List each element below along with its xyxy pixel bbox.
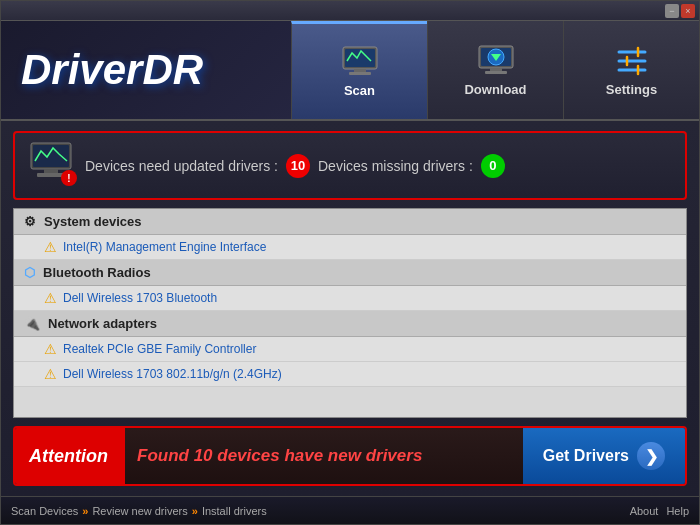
breadcrumb-scan[interactable]: Scan Devices (11, 505, 78, 517)
svg-rect-18 (44, 169, 58, 173)
breadcrumb-install[interactable]: Install drivers (202, 505, 267, 517)
get-drivers-label: Get Drivers (543, 447, 629, 465)
device-label: Realtek PCIe GBE Family Controller (63, 342, 256, 356)
category-system-label: System devices (44, 214, 142, 229)
category-system: ⚙ System devices (14, 209, 686, 235)
svg-rect-2 (354, 69, 366, 72)
footer: Scan Devices » Review new drivers » Inst… (1, 496, 699, 524)
list-item[interactable]: ⚠ Dell Wireless 1703 Bluetooth (14, 286, 686, 311)
device-list-container: ⚙ System devices ⚠ Intel(R) Management E… (13, 208, 687, 418)
attention-message-text: Found 10 devices have new drivers (137, 446, 422, 466)
device-label: Intel(R) Management Engine Interface (63, 240, 266, 254)
list-item[interactable]: ⚠ Intel(R) Management Engine Interface (14, 235, 686, 260)
get-drivers-button[interactable]: Get Drivers ❯ (523, 428, 685, 484)
category-bluetooth: ⬡ Bluetooth Radios (14, 260, 686, 286)
attention-label: Attention (15, 428, 125, 484)
list-item[interactable]: ⚠ Realtek PCIe GBE Family Controller (14, 337, 686, 362)
tab-download[interactable]: Download (427, 21, 563, 119)
logo-part2: DR (142, 46, 203, 93)
footer-help-link[interactable]: Help (666, 505, 689, 517)
need-update-label: Devices need updated drivers : (85, 158, 278, 174)
titlebar: − × (1, 1, 699, 21)
nav-tabs: Scan Download (291, 21, 699, 119)
warning-icon: ⚠ (44, 341, 57, 357)
missing-label: Devices missing drivers : (318, 158, 473, 174)
footer-right: About Help (630, 505, 689, 517)
category-network-label: Network adapters (48, 316, 157, 331)
header: DriverDR Scan (1, 21, 699, 121)
breadcrumb-sep1: » (82, 505, 88, 517)
attention-message: Found 10 devices have new drivers (125, 428, 523, 484)
device-list[interactable]: ⚙ System devices ⚠ Intel(R) Management E… (14, 209, 686, 417)
status-icon-area: ! (27, 141, 75, 190)
svg-rect-3 (349, 72, 371, 75)
device-label: Dell Wireless 1703 Bluetooth (63, 291, 217, 305)
footer-about-link[interactable]: About (630, 505, 659, 517)
need-update-count: 10 (286, 154, 310, 178)
tab-settings[interactable]: Settings (563, 21, 699, 119)
tab-scan-label: Scan (344, 83, 375, 98)
scan-tab-icon (339, 45, 381, 79)
minimize-button[interactable]: − (665, 4, 679, 18)
category-network-icon: 🔌 (24, 316, 40, 331)
warning-icon: ⚠ (44, 366, 57, 382)
close-button[interactable]: × (681, 4, 695, 18)
category-system-icon: ⚙ (24, 214, 36, 229)
status-need-update: Devices need updated drivers : 10 Device… (85, 154, 505, 178)
content-area: ! Devices need updated drivers : 10 Devi… (1, 121, 699, 496)
breadcrumb-review[interactable]: Review new drivers (92, 505, 187, 517)
status-bar: ! Devices need updated drivers : 10 Devi… (13, 131, 687, 200)
logo-area: DriverDR (1, 21, 291, 119)
attention-bar: Attention Found 10 devices have new driv… (13, 426, 687, 486)
tab-settings-label: Settings (606, 82, 657, 97)
app-logo: DriverDR (21, 46, 203, 94)
category-bluetooth-icon: ⬡ (24, 265, 35, 280)
warning-icon: ⚠ (44, 290, 57, 306)
svg-rect-9 (485, 71, 507, 74)
tab-download-label: Download (464, 82, 526, 97)
get-drivers-arrow-icon: ❯ (637, 442, 665, 470)
tab-scan[interactable]: Scan (291, 21, 427, 119)
main-window: − × DriverDR (0, 0, 700, 525)
category-bluetooth-label: Bluetooth Radios (43, 265, 151, 280)
footer-breadcrumb: Scan Devices » Review new drivers » Inst… (11, 505, 267, 517)
missing-count: 0 (481, 154, 505, 178)
warning-icon: ⚠ (44, 239, 57, 255)
breadcrumb-sep2: » (192, 505, 198, 517)
svg-rect-8 (490, 68, 502, 71)
logo-part1: Driver (21, 46, 142, 93)
warning-badge: ! (61, 170, 77, 186)
device-label: Dell Wireless 1703 802.11b/g/n (2.4GHz) (63, 367, 282, 381)
download-tab-icon (475, 44, 517, 78)
list-item[interactable]: ⚠ Dell Wireless 1703 802.11b/g/n (2.4GHz… (14, 362, 686, 387)
settings-tab-icon (611, 44, 653, 78)
category-network: 🔌 Network adapters (14, 311, 686, 337)
